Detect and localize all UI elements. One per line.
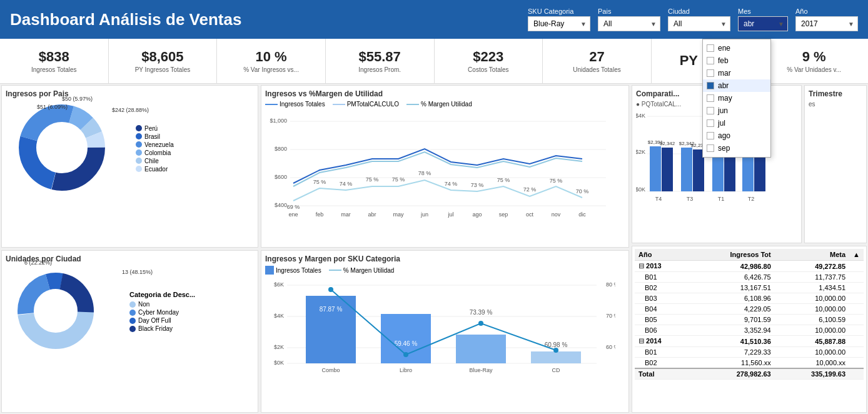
mes-item-mar[interactable]: mar <box>703 67 770 79</box>
mes-checkbox-sep[interactable] <box>707 144 714 152</box>
trimestre-legend: es <box>809 101 862 108</box>
legend-item-cyber: Cyber Monday <box>129 309 195 316</box>
mes-item-sep[interactable]: sep <box>703 142 770 154</box>
ciudad-label-6a: 6 (22.22%) <box>24 260 52 266</box>
kpi-value-unidades: 27 <box>545 49 648 65</box>
mes-checkbox-ago[interactable] <box>707 132 714 139</box>
mes-checkbox-jul[interactable] <box>707 119 714 127</box>
comp-bar-t1-pq <box>724 156 735 191</box>
mes-checkbox-ene[interactable] <box>707 44 714 52</box>
legend-item-non: Non <box>129 301 195 308</box>
comp-bar-t4-pq <box>662 148 673 191</box>
mes-option-ene: ene <box>718 44 730 53</box>
legend-item-peru: Perú <box>136 125 174 132</box>
table-cell-meta: 10,000.xx <box>775 358 849 369</box>
legend-dot-chile <box>136 158 142 164</box>
mes-checkbox-abr[interactable] <box>707 82 714 89</box>
kpi-value-prom: $55.87 <box>328 49 431 65</box>
table-cell-meta: 11,737.75 <box>775 272 849 283</box>
mes-item-ago[interactable]: ago <box>703 129 770 142</box>
table-cell-meta: 10,000.00 <box>775 347 849 358</box>
mes-item-may[interactable]: may <box>703 92 770 104</box>
table-cell-year: B05 <box>635 315 689 325</box>
anio-select[interactable]: 2017 <box>795 16 858 31</box>
x-label-ene: ene <box>288 211 298 218</box>
pais-donut-chart <box>6 101 118 194</box>
comp-y-4k: $4K <box>636 113 645 119</box>
data-table: Año Ingresos Tot Meta ▲ ⊟ 2013 42,986.80… <box>635 249 864 380</box>
kpi-ingresos-totales: $838 Ingresos Totales <box>0 39 109 83</box>
table-row: B01 6,426.75 11,737.75 <box>635 272 864 283</box>
mes-filter: Mes abr <box>738 8 788 31</box>
sku-y-4k: $4K <box>274 313 284 319</box>
table-row: B06 3,352.94 10,000.00 <box>635 325 864 336</box>
x-label-oct: oct <box>526 211 534 218</box>
sku-bar-title: Ingresos y Margen por SKU Categoria <box>265 255 625 263</box>
mes-item-ene[interactable]: ene <box>703 42 770 54</box>
sku-x-libro: Libro <box>400 367 412 373</box>
donut-label-ecuador: $50 (5.97%) <box>62 96 93 102</box>
sku-select[interactable]: Blue-Ray <box>528 16 590 31</box>
table-header-meta: Meta <box>775 249 849 261</box>
ciudad-filter: Ciudad All <box>668 8 730 31</box>
mes-item-jul[interactable]: jul <box>703 117 770 129</box>
table-cell-ingresos: 6,108.96 <box>689 293 774 304</box>
kpi-label-costos: Costos Totales <box>437 66 540 73</box>
pct-label-ago: 73 % <box>471 182 484 188</box>
pais-select[interactable]: All <box>598 16 660 31</box>
table-cell-year: B02 <box>635 358 689 369</box>
table-cell-empty <box>849 315 864 325</box>
mes-item-abr[interactable]: abr <box>703 79 770 92</box>
table-cell-year: B03 <box>635 293 689 304</box>
ciudad-select[interactable]: All <box>668 16 730 31</box>
mes-checkbox-jun[interactable] <box>707 107 714 114</box>
pais-donut-wrapper: $242 (28.88%) $212 (25.3%) $212 (25.3%) … <box>6 101 118 196</box>
bar-cd <box>531 351 581 363</box>
ciudad-legend: Categoria de Desc... Non Cyber Monday Da… <box>129 291 195 333</box>
sku-bar-svg: $6K $4K $2K $0K 80 % 70 % 60 % <box>265 277 615 377</box>
legend-label-colombia: Colombia <box>144 149 171 156</box>
sku-yr-70: 70 % <box>606 313 615 319</box>
legend-text-margen: % Margen Utilidad <box>421 101 472 108</box>
sku-legend-line-margen <box>329 270 341 271</box>
mes-item-feb[interactable]: feb <box>703 54 770 67</box>
bar-label-combo: 87.87 % <box>320 306 343 313</box>
pais-label: Pais <box>598 8 660 15</box>
legend-label-blackfriday: Black Friday <box>138 325 173 332</box>
donut-label-chile: $51 (6.09%) <box>37 104 68 110</box>
sku-legend-margen: % Margen Utilidad <box>329 266 395 275</box>
kpi-py-ingresos: $8,605 PY Ingresos Totales <box>109 39 218 83</box>
mes-label: Mes <box>738 8 788 15</box>
mes-checkbox-mar[interactable] <box>707 69 714 77</box>
mes-item-jun[interactable]: jun <box>703 104 770 117</box>
legend-item-venezuela: Venezuela <box>136 141 174 148</box>
ciudad-label: Ciudad <box>668 8 730 15</box>
trimestre-title: Trimestre <box>809 89 862 98</box>
center-section: Ingresos vs %Margen de Utilidad Ingresos… <box>260 84 630 414</box>
mes-dropdown[interactable]: ene feb mar abr may jun jul ago <box>702 39 771 158</box>
anio-filter: Año 2017 <box>795 8 858 31</box>
kpi-ingresos-prom: $55.87 Ingresos Prom. <box>326 39 435 83</box>
table-cell-meta: 10,000.00 <box>775 304 849 315</box>
x-label-feb: feb <box>316 211 324 218</box>
x-label-dic: dic <box>578 211 586 218</box>
table-cell-year: ⊟ 2013 <box>635 261 689 272</box>
table-cell-ingresos: 13,167.51 <box>689 283 774 293</box>
pct-label-dic: 70 % <box>576 188 589 194</box>
kpi-var-ingresos: 10 % % Var Ingresos vs... <box>217 39 326 83</box>
mes-checkbox-may[interactable] <box>707 94 714 102</box>
table-row: B05 9,701.59 6,100.59 <box>635 315 864 325</box>
table-cell-empty <box>849 304 864 315</box>
table-total-row: Total 278,982.63 335,199.63 <box>635 368 864 380</box>
legend-dot-brasil <box>136 133 142 139</box>
mes-option-may: may <box>718 94 732 103</box>
sku-legend-text-margen: % Margen Utilidad <box>343 267 395 274</box>
mes-select[interactable]: abr <box>738 16 788 31</box>
legend-text-pm: PMTotalCALCULO <box>347 101 399 108</box>
mes-checkbox-feb[interactable] <box>707 57 714 64</box>
table-cell-ingresos: 9,701.59 <box>689 315 774 325</box>
legend-line-margen <box>406 104 419 105</box>
x-label-jun: jun <box>420 211 428 218</box>
dashboard: Dashboard Análisis de Ventas SKU Categor… <box>0 0 868 414</box>
sku-x-combo: Combo <box>321 367 340 373</box>
